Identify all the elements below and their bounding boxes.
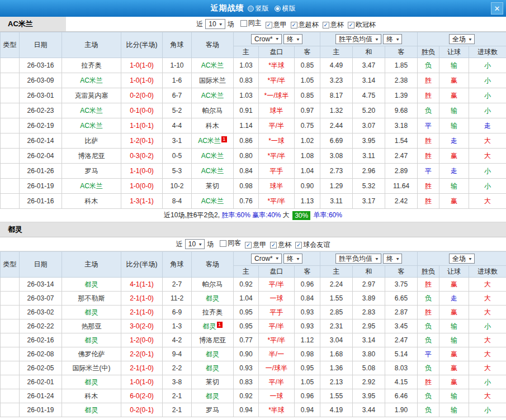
league-type: 意甲 xyxy=(1,375,20,389)
section-header-ac-milan: AC米兰 近 10▼ 场 同主✓意甲✓意超杯✓意杯✓欧冠杯 xyxy=(0,17,506,32)
bookmaker-dropdown[interactable]: Crow*▼ xyxy=(251,254,282,264)
win-odds: 1.29 xyxy=(320,179,353,194)
sub-col-handicap-result: 让球 xyxy=(439,266,469,278)
section-header-torino: 都灵 xyxy=(0,222,506,237)
filter-checkbox-label: 意超杯 xyxy=(299,20,319,30)
league-type: 意甲 xyxy=(1,133,20,149)
col-away: 客场 xyxy=(192,252,234,278)
away-team: AC米兰 xyxy=(192,194,234,209)
handicap-line: 一球 xyxy=(259,292,295,306)
filter-checkbox-label: 意杯 xyxy=(330,20,344,30)
radio-horizontal-layout[interactable]: 横版 xyxy=(275,4,296,13)
handicap-line: 球半 xyxy=(259,103,295,118)
handicap-home-odds: 1.14 xyxy=(234,118,259,133)
score: 2-1(1-0) xyxy=(121,361,163,375)
close-icon[interactable]: ✕ xyxy=(491,2,503,15)
col-corner: 角球 xyxy=(163,32,192,58)
away-team: AC米兰 xyxy=(192,88,234,103)
matches-tbody-torino: 意甲26-03-14都灵4-1(1-1)2-7帕尔马0.92平/半0.962.2… xyxy=(1,278,506,417)
match-row: 意杯26-02-05国际米兰(中)2-1(1-0)2-2都灵0.93一/球半0.… xyxy=(1,361,506,375)
win-odds: 1.32 xyxy=(320,103,353,118)
corners: 6-9 xyxy=(163,306,192,319)
avg-odds-dropdown[interactable]: 胜平负均值▼ xyxy=(335,34,381,44)
handicap-home-odds: 0.94 xyxy=(234,403,259,417)
handicap-home-odds: 0.86 xyxy=(234,133,259,149)
radio-vertical-layout[interactable]: 竖版 xyxy=(248,4,269,13)
result-goals: 小 xyxy=(469,179,506,194)
league-type: 意甲 xyxy=(1,278,20,292)
filter-checkbox[interactable]: ✓球会友谊 xyxy=(295,240,330,250)
filter-checkbox[interactable]: ✓意超杯 xyxy=(291,20,319,30)
scope-dropdown[interactable]: 全场▼ xyxy=(449,34,475,44)
home-team: 佛罗伦萨 xyxy=(62,347,121,361)
team-name: 国际米兰 xyxy=(199,77,226,84)
dropdown-value: 胜平负均值 xyxy=(339,254,372,264)
sub-col-lose: 客 xyxy=(385,46,418,58)
handicap-home-odds: 0.77 xyxy=(234,333,259,347)
avg-odds-dropdown[interactable]: 胜平负均值▼ xyxy=(335,254,381,264)
away-team: AC米兰 xyxy=(192,58,234,73)
draw-odds: 3.89 xyxy=(353,292,385,306)
team-name: 帕尔马 xyxy=(202,107,223,114)
filter-checkbox[interactable]: ✓意杯 xyxy=(270,240,291,250)
final-odds-dropdown[interactable]: 终▼ xyxy=(383,254,402,264)
corners: 10-2 xyxy=(163,179,192,194)
draw-odds: 3.44 xyxy=(353,403,385,417)
scope-dropdown[interactable]: 全场▼ xyxy=(449,254,475,264)
result-handicap: 赢 xyxy=(439,73,469,88)
final-odds-dropdown[interactable]: 终▼ xyxy=(283,34,302,44)
draw-odds: 3.47 xyxy=(353,58,385,73)
handicap-away-odds: 0.85 xyxy=(295,58,320,73)
bookmaker-dropdown[interactable]: Crow*▼ xyxy=(251,34,282,44)
filter-checkbox[interactable]: ✓欧冠杯 xyxy=(348,20,376,30)
result-handicap: 走 xyxy=(439,164,469,179)
win-odds: 6.69 xyxy=(320,133,353,149)
away-team: 帕尔马 xyxy=(192,278,234,292)
chevron-down-icon: ▼ xyxy=(198,242,202,246)
filter-checkbox[interactable]: 同主 xyxy=(240,18,262,28)
sub-col-handicap-away: 客 xyxy=(295,46,320,58)
corners: 6-7 xyxy=(163,88,192,103)
corners: 1-3 xyxy=(163,319,192,333)
handicap-home-odds: 0.76 xyxy=(234,194,259,209)
final-odds-dropdown[interactable]: 终▼ xyxy=(283,254,302,264)
checkbox-unchecked-icon xyxy=(220,240,226,247)
layout-radio-group: 竖版 横版 xyxy=(248,4,296,13)
team-name: 都灵 xyxy=(85,308,98,316)
team-name: AC米兰 xyxy=(201,167,224,175)
result-wdl: 负 xyxy=(418,319,439,333)
home-team: 科木 xyxy=(62,389,121,403)
handicap-line: 平/半 xyxy=(259,319,295,333)
league-type: 意甲 xyxy=(1,88,20,103)
filter-checkbox[interactable]: ✓意甲 xyxy=(245,240,266,250)
sub-col-handicap-away: 客 xyxy=(295,266,320,278)
team-name-label: AC米兰 xyxy=(0,17,66,31)
team-name: AC米兰 xyxy=(198,137,221,145)
league-type: 意甲 xyxy=(1,389,20,403)
col-home: 主场 xyxy=(62,252,121,278)
draw-odds: 2.83 xyxy=(353,306,385,319)
sub-col-draw: 和 xyxy=(353,266,385,278)
result-group-header: 全场▼ xyxy=(418,252,506,266)
result-handicap: 输 xyxy=(439,179,469,194)
chevron-down-icon: ▼ xyxy=(275,37,280,41)
filter-checkbox[interactable]: ✓意杯 xyxy=(323,20,344,30)
league-type: 意甲 xyxy=(1,58,20,73)
match-row: 意甲26-02-14比萨1-2(0-1)3-1AC米兰10.86*一球1.026… xyxy=(1,133,506,149)
filter-checkbox[interactable]: ✓意甲 xyxy=(266,20,287,30)
recent-count-dropdown[interactable]: 10▼ xyxy=(185,239,205,249)
final-odds-dropdown[interactable]: 终▼ xyxy=(383,34,402,44)
filter-checkbox[interactable]: 同客 xyxy=(220,238,241,248)
result-goals: 小 xyxy=(469,319,506,333)
handicap-away-odds: 0.97 xyxy=(295,103,320,118)
match-row: 意甲26-01-24科木6-0(2-0)2-1都灵0.92一球0.961.553… xyxy=(1,389,506,403)
team-name: 科木 xyxy=(85,392,98,400)
team-name: 莱切 xyxy=(206,378,219,386)
recent-count-dropdown[interactable]: 10▼ xyxy=(205,19,225,29)
league-type: 意甲 xyxy=(1,347,20,361)
handicap-away-odds: 0.93 xyxy=(295,319,320,333)
lose-odds: 2.47 xyxy=(385,149,418,164)
handicap-line: *半球 xyxy=(259,403,295,417)
dropdown-value: 10 xyxy=(209,20,216,28)
filter-bar-torino: 近 10▼ 场 同客✓意甲✓意杯✓球会友谊 xyxy=(0,237,506,251)
